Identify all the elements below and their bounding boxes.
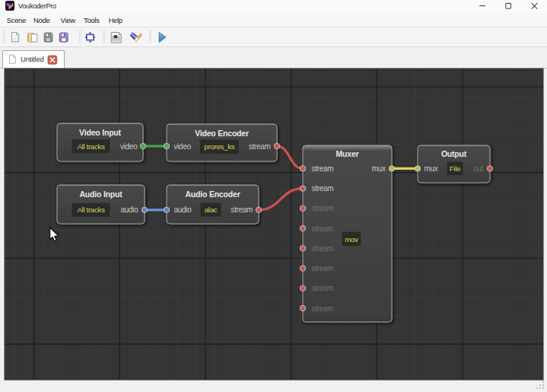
svg-text:stream: stream	[312, 184, 334, 193]
svg-text:Video Input: Video Input	[79, 128, 121, 137]
svg-text:stream: stream	[312, 304, 334, 313]
svg-text:stream: stream	[312, 204, 334, 212]
svg-text:stream: stream	[249, 142, 271, 151]
svg-text:Muxer: Muxer	[336, 149, 359, 158]
svg-text:mux: mux	[372, 164, 386, 173]
svg-text:audio: audio	[121, 206, 139, 214]
svg-text:video: video	[120, 142, 138, 151]
svg-text:Audio Encoder: Audio Encoder	[185, 190, 240, 199]
svg-text:stream: stream	[312, 244, 334, 253]
svg-text:stream: stream	[312, 164, 334, 173]
svg-text:All tracks: All tracks	[77, 206, 105, 214]
svg-text:stream: stream	[312, 284, 334, 292]
svg-text:video: video	[174, 142, 192, 151]
svg-text:File: File	[450, 164, 461, 173]
svg-text:Output: Output	[441, 149, 467, 158]
svg-text:stream: stream	[312, 264, 334, 272]
svg-text:stream: stream	[231, 206, 253, 214]
svg-text:stream: stream	[312, 225, 334, 233]
svg-text:Video Encoder: Video Encoder	[195, 129, 249, 138]
svg-text:All tracks: All tracks	[77, 142, 105, 151]
svg-text:out: out	[473, 164, 484, 173]
svg-text:alac: alac	[205, 206, 218, 214]
svg-text:audio: audio	[174, 206, 192, 214]
svg-text:Audio Input: Audio Input	[79, 190, 122, 199]
svg-text:prores_ks: prores_ks	[204, 142, 234, 151]
svg-text:mux: mux	[425, 164, 438, 173]
svg-text:mov: mov	[345, 235, 358, 244]
